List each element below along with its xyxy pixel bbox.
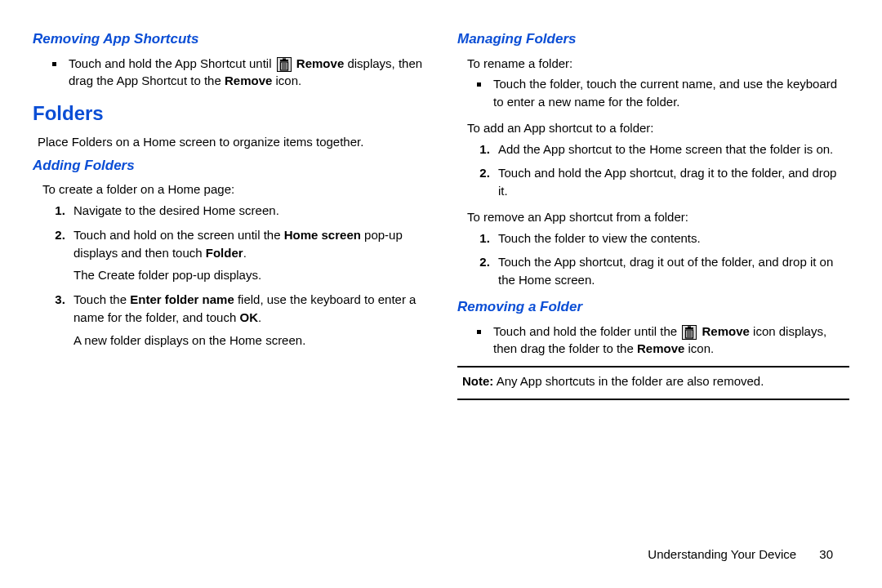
text: Touch the xyxy=(74,292,130,306)
divider xyxy=(457,366,849,368)
note-text: Any App shortcuts in the folder are also… xyxy=(493,374,764,388)
note-block: Note: Any App shortcuts in the folder ar… xyxy=(462,372,849,390)
adding-step-3-tail: A new folder displays on the Home screen… xyxy=(74,332,425,350)
bullet-removing-shortcut: Touch and hold the App Shortcut until Re… xyxy=(65,55,425,91)
add-intro: To add an App shortcut to a folder: xyxy=(467,119,849,137)
trash-icon xyxy=(682,325,697,340)
add-step-1: Add the App shortcut to the Home screen … xyxy=(493,140,849,158)
label-ok: OK xyxy=(239,310,258,324)
text: Navigate to the desired Home screen. xyxy=(74,203,279,217)
text: Touch the folder to view the contents. xyxy=(498,231,701,245)
rename-intro: To rename a folder: xyxy=(467,55,849,73)
text: . xyxy=(243,246,247,260)
label-remove: Remove xyxy=(296,56,344,70)
right-column: Managing Folders To rename a folder: Tou… xyxy=(457,24,849,531)
divider xyxy=(457,399,849,400)
text: Add the App shortcut to the Home screen … xyxy=(498,142,833,156)
heading-removing-app-shortcuts: Removing App Shortcuts xyxy=(33,29,425,50)
page-content: Removing App Shortcuts Touch and hold th… xyxy=(0,0,882,539)
heading-removing-a-folder: Removing a Folder xyxy=(457,297,849,318)
label-enter-folder-name: Enter folder name xyxy=(130,292,234,306)
adding-step-2: Touch and hold on the screen until the H… xyxy=(69,226,425,284)
svg-rect-9 xyxy=(688,326,691,327)
footer-section-title: Understanding Your Device xyxy=(648,547,796,561)
remove-step-1: Touch the folder to view the contents. xyxy=(493,229,849,247)
remove-intro: To remove an App shortcut from a folder: xyxy=(467,208,849,226)
text: icon. xyxy=(688,341,715,355)
trash-icon xyxy=(277,57,292,72)
label-remove-2: Remove xyxy=(225,74,272,87)
text: Touch and hold the App Shortcut until xyxy=(69,56,275,70)
heading-adding-folders: Adding Folders xyxy=(33,156,425,176)
bullet-removing-folder: Touch and hold the folder until the Remo… xyxy=(490,323,849,359)
page-footer: Understanding Your Device 30 xyxy=(0,539,882,561)
adding-intro: To create a folder on a Home page: xyxy=(42,180,425,198)
text: icon. xyxy=(276,74,302,87)
text: Touch and hold the App shortcut, drag it… xyxy=(498,166,836,198)
svg-rect-2 xyxy=(283,58,286,60)
adding-step-1: Navigate to the desired Home screen. xyxy=(69,202,425,220)
page-number: 30 xyxy=(819,547,833,561)
text: Touch and hold on the screen until the xyxy=(74,228,284,242)
text: . xyxy=(258,310,261,324)
text: Touch and hold the folder until the xyxy=(493,324,680,338)
text: Touch the App shortcut, drag it out of t… xyxy=(498,255,833,287)
bullet-rename: Touch the folder, touch the current name… xyxy=(490,75,849,111)
left-column: Removing App Shortcuts Touch and hold th… xyxy=(33,24,425,531)
label-remove-2: Remove xyxy=(637,341,684,355)
adding-step-2-tail: The Create folder pop-up displays. xyxy=(74,266,425,284)
remove-step-2: Touch the App shortcut, drag it out of t… xyxy=(493,253,849,289)
label-home-screen: Home screen xyxy=(284,228,361,242)
adding-step-3: Touch the Enter folder name field, use t… xyxy=(69,291,425,349)
note-label: Note: xyxy=(462,374,493,388)
text: Touch the folder, touch the current name… xyxy=(493,77,837,109)
add-step-2: Touch and hold the App shortcut, drag it… xyxy=(493,164,849,200)
folders-intro: Place Folders on a Home screen to organi… xyxy=(38,133,425,151)
label-folder: Folder xyxy=(206,246,243,260)
label-remove: Remove xyxy=(702,324,750,338)
heading-folders: Folders xyxy=(33,100,425,128)
heading-managing-folders: Managing Folders xyxy=(457,29,849,50)
